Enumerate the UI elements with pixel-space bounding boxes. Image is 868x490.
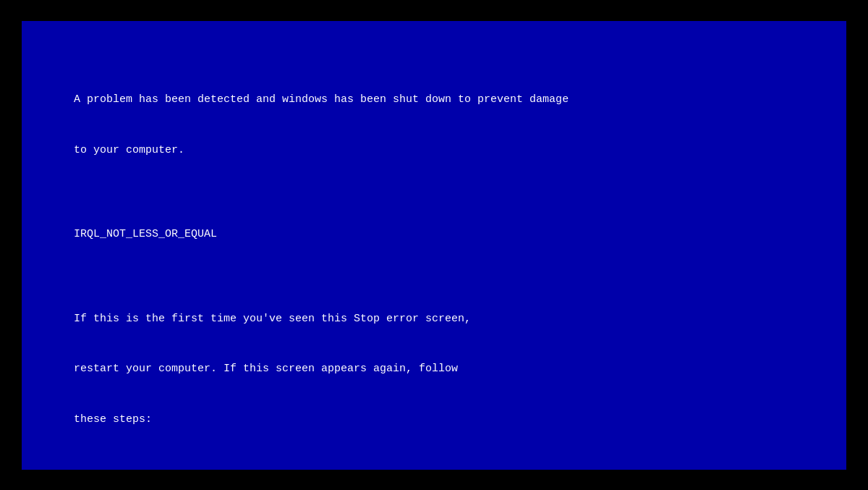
first-time-1: If this is the first time you've seen th…	[74, 313, 471, 325]
first-time-2: restart your computer. If this screen ap…	[74, 363, 458, 375]
bsod-content: A problem has been detected and windows …	[48, 75, 820, 490]
bsod-screen: A problem has been detected and windows …	[22, 21, 846, 470]
header-line2: to your computer.	[74, 144, 184, 156]
first-time-3: these steps:	[74, 413, 152, 426]
error-code: IRQL_NOT_LESS_OR_EQUAL	[74, 228, 217, 240]
header-line1: A problem has been detected and windows …	[74, 93, 569, 106]
